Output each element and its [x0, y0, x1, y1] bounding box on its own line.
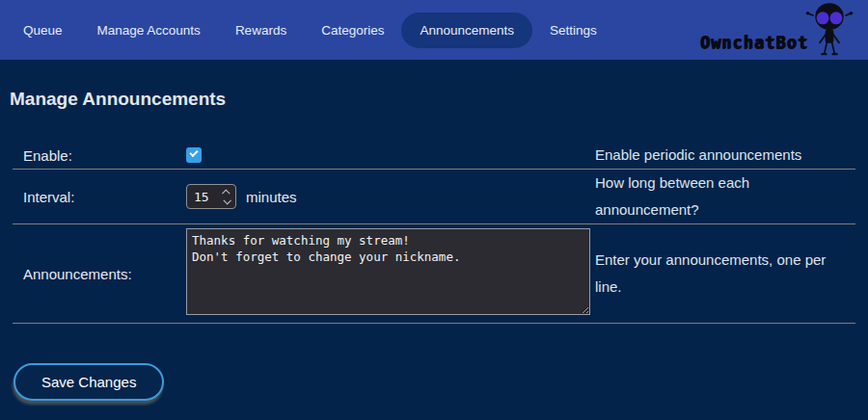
announcements-textarea[interactable]: Thanks for watching my stream! Don't for…: [186, 228, 590, 315]
logo-text: OwnchatBot: [700, 33, 808, 52]
interval-help-text: How long between each announcement?: [595, 170, 855, 223]
nav-item-rewards[interactable]: Rewards: [218, 13, 304, 48]
form-row-enable: Enable: Enable periodic announcements: [13, 142, 855, 170]
save-changes-button[interactable]: Save Changes: [14, 363, 164, 401]
nav-item-settings[interactable]: Settings: [532, 13, 614, 48]
nav-item-queue[interactable]: Queue: [6, 13, 80, 48]
announcements-label: Announcements:: [13, 266, 186, 282]
chevron-up-icon[interactable]: [222, 189, 230, 197]
interval-label: Interval:: [13, 189, 186, 205]
interval-input-box: [186, 184, 236, 209]
nav-item-announcements[interactable]: Announcements: [401, 13, 532, 48]
number-stepper[interactable]: [224, 185, 230, 208]
app-logo: OwnchatBot: [700, 0, 854, 60]
form-row-interval: Interval: minutes How long between each …: [13, 170, 855, 224]
nav-item-categories[interactable]: Categories: [304, 13, 401, 48]
form-row-announcements: Announcements: Thanks for watching my st…: [13, 224, 855, 324]
page-title: Manage Announcements: [10, 89, 868, 110]
interval-input[interactable]: [187, 190, 216, 204]
interval-unit-label: minutes: [246, 189, 297, 205]
announcements-help-text: Enter your announcements, one per line.: [595, 247, 855, 301]
top-navbar: Queue Manage Accounts Rewards Categories…: [0, 0, 868, 60]
robot-mascot-icon: [804, 1, 854, 59]
checkmark-icon: [189, 148, 198, 157]
nav-item-manage-accounts[interactable]: Manage Accounts: [80, 13, 218, 48]
enable-label: Enable:: [13, 147, 186, 164]
enable-checkbox[interactable]: [186, 147, 202, 163]
enable-help-text: Enable periodic announcements: [595, 142, 855, 169]
chevron-down-icon[interactable]: [223, 197, 231, 204]
announcements-form: Enable: Enable periodic announcements In…: [13, 142, 855, 324]
